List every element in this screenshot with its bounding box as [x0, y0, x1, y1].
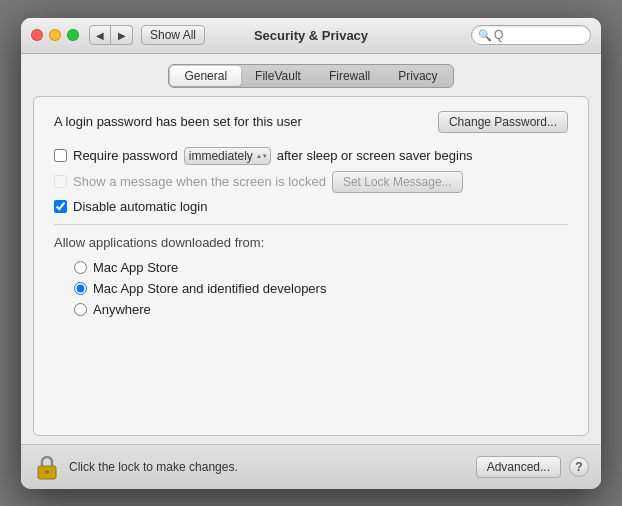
content-area: A login password has been set for this u… — [33, 96, 589, 436]
show-message-checkbox[interactable] — [54, 175, 67, 188]
lock-text: Click the lock to make changes. — [69, 460, 476, 474]
back-button[interactable]: ◀ — [89, 25, 111, 45]
lock-icon[interactable] — [33, 453, 61, 481]
show-message-label: Show a message when the screen is locked — [73, 174, 326, 189]
radio-mac-app-store-input[interactable] — [74, 261, 87, 274]
tab-privacy[interactable]: Privacy — [384, 66, 451, 86]
require-password-label: Require password — [73, 148, 178, 163]
tabs-container: General FileVault Firewall Privacy — [168, 64, 453, 88]
titlebar: ◀ ▶ Show All Security & Privacy 🔍 — [21, 18, 601, 54]
advanced-button[interactable]: Advanced... — [476, 456, 561, 478]
tab-firewall[interactable]: Firewall — [315, 66, 384, 86]
disable-auto-login-label: Disable automatic login — [73, 199, 207, 214]
main-window: ◀ ▶ Show All Security & Privacy 🔍 Genera… — [21, 18, 601, 489]
radio-mac-app-store-identified: Mac App Store and identified developers — [74, 281, 568, 296]
tabbar: General FileVault Firewall Privacy — [21, 54, 601, 88]
radio-mac-app-store-identified-label: Mac App Store and identified developers — [93, 281, 326, 296]
search-input[interactable] — [494, 28, 594, 42]
nav-buttons: ◀ ▶ — [89, 25, 133, 45]
search-box: 🔍 — [471, 25, 591, 45]
help-button[interactable]: ? — [569, 457, 589, 477]
disable-auto-login-checkbox[interactable] — [54, 200, 67, 213]
radio-anywhere: Anywhere — [74, 302, 568, 317]
tab-filevault[interactable]: FileVault — [241, 66, 315, 86]
allow-section-label: Allow applications downloaded from: — [54, 235, 568, 250]
window-title: Security & Privacy — [254, 28, 368, 43]
show-message-row: Show a message when the screen is locked… — [54, 171, 568, 193]
radio-mac-app-store-label: Mac App Store — [93, 260, 178, 275]
after-sleep-label: after sleep or screen saver begins — [277, 148, 473, 163]
change-password-button[interactable]: Change Password... — [438, 111, 568, 133]
radio-mac-app-store-identified-input[interactable] — [74, 282, 87, 295]
radio-mac-app-store: Mac App Store — [74, 260, 568, 275]
show-all-button[interactable]: Show All — [141, 25, 205, 45]
disable-auto-login-row: Disable automatic login — [54, 199, 568, 214]
password-set-text: A login password has been set for this u… — [54, 114, 302, 129]
traffic-lights — [31, 29, 79, 41]
require-password-checkbox[interactable] — [54, 149, 67, 162]
minimize-button[interactable] — [49, 29, 61, 41]
radio-group: Mac App Store Mac App Store and identifi… — [74, 260, 568, 317]
require-password-select-wrapper: immediately 5 seconds 1 minute 5 minutes… — [184, 147, 271, 165]
radio-anywhere-label: Anywhere — [93, 302, 151, 317]
forward-button[interactable]: ▶ — [111, 25, 133, 45]
require-password-row: Require password immediately 5 seconds 1… — [54, 147, 568, 165]
divider — [54, 224, 568, 225]
svg-point-1 — [45, 470, 49, 474]
tab-general[interactable]: General — [170, 66, 241, 86]
maximize-button[interactable] — [67, 29, 79, 41]
radio-anywhere-input[interactable] — [74, 303, 87, 316]
bottombar: Click the lock to make changes. Advanced… — [21, 444, 601, 489]
close-button[interactable] — [31, 29, 43, 41]
password-row: A login password has been set for this u… — [54, 111, 568, 133]
require-password-select[interactable]: immediately 5 seconds 1 minute 5 minutes… — [184, 147, 271, 165]
search-icon: 🔍 — [478, 29, 492, 42]
set-lock-message-button[interactable]: Set Lock Message... — [332, 171, 463, 193]
